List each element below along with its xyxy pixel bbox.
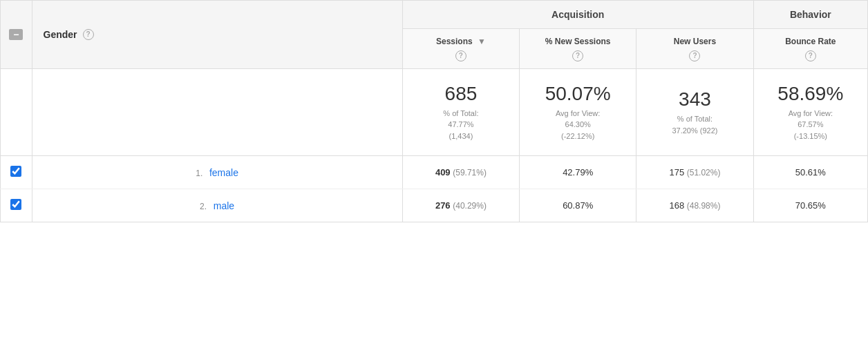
row-new-users-cell: 168 (48.98%): [636, 189, 753, 222]
totals-new-users-sub: % of Total: 37.20% (922): [643, 113, 746, 136]
row-label-cell: 2. male: [32, 189, 402, 222]
row-sessions-value: 409: [435, 167, 451, 178]
bounce-rate-col-header: Bounce Rate ?: [753, 29, 867, 69]
row-sessions-pct: (40.29%): [453, 201, 487, 211]
behavior-header: Behavior: [753, 1, 867, 29]
row-checkbox-cell[interactable]: [1, 189, 32, 222]
row-bounce-rate-cell: 50.61%: [753, 156, 867, 189]
acquisition-header: Acquisition: [402, 1, 753, 29]
totals-label-cell: [32, 68, 402, 156]
totals-row: 685 % of Total: 47.77% (1,434) 50.07% Av…: [1, 68, 868, 156]
row-checkbox[interactable]: [10, 166, 21, 177]
row-new-sessions-cell: 60.87%: [520, 189, 636, 222]
table-row: 2. male 276 (40.29%) 60.87% 168 (48.98%)…: [1, 189, 868, 222]
sort-arrow-icon[interactable]: ▼: [478, 37, 486, 46]
row-new-sessions-value: 42.79%: [563, 167, 593, 178]
new-sessions-col-header: % New Sessions ?: [520, 29, 636, 69]
totals-bounce-rate-sub: Avg for View: 67.57% (-13.15%): [761, 108, 860, 142]
new-sessions-help-icon[interactable]: ?: [572, 50, 583, 61]
row-label-cell: 1. female: [32, 156, 402, 189]
totals-new-sessions-cell: 50.07% Avg for View: 64.30% (-22.12%): [520, 68, 636, 156]
row-gender-link[interactable]: male: [214, 200, 234, 211]
sessions-col-header: Sessions ▼ ?: [402, 29, 519, 69]
row-sessions-pct: (59.71%): [453, 168, 487, 178]
gender-header-cell: Gender ?: [32, 1, 402, 69]
row-new-users-pct: (51.02%): [687, 168, 721, 178]
toggle-cell: −: [1, 1, 32, 69]
row-sessions-value: 276: [435, 200, 451, 211]
totals-sessions-cell: 685 % of Total: 47.77% (1,434): [402, 68, 519, 156]
row-number: 2.: [200, 202, 207, 211]
totals-new-users-cell: 343 % of Total: 37.20% (922): [636, 68, 753, 156]
new-users-col-header: New Users ?: [636, 29, 753, 69]
totals-new-sessions-sub: Avg for View: 64.30% (-22.12%): [527, 108, 629, 142]
totals-sessions-sub: % of Total: 47.77% (1,434): [410, 108, 512, 142]
row-new-sessions-cell: 42.79%: [520, 156, 636, 189]
row-new-users-value: 175: [669, 167, 684, 178]
collapse-button[interactable]: −: [9, 29, 23, 40]
totals-new-sessions-value: 50.07%: [527, 83, 629, 105]
totals-bounce-rate-value: 58.69%: [761, 83, 860, 105]
row-bounce-rate-value: 70.65%: [795, 200, 826, 211]
row-sessions-cell: 276 (40.29%): [402, 189, 519, 222]
row-new-users-pct: (48.98%): [687, 201, 721, 211]
row-checkbox-cell[interactable]: [1, 156, 32, 189]
row-new-users-cell: 175 (51.02%): [636, 156, 753, 189]
table-row: 1. female 409 (59.71%) 42.79% 175 (51.02…: [1, 156, 868, 189]
row-number: 1.: [196, 169, 202, 178]
row-bounce-rate-cell: 70.65%: [753, 189, 867, 222]
totals-bounce-rate-cell: 58.69% Avg for View: 67.57% (-13.15%): [753, 68, 867, 156]
row-sessions-cell: 409 (59.71%): [402, 156, 519, 189]
totals-sessions-value: 685: [410, 83, 512, 105]
row-bounce-rate-value: 50.61%: [795, 167, 826, 178]
gender-help-icon[interactable]: ?: [83, 29, 94, 40]
bounce-rate-help-icon[interactable]: ?: [805, 50, 816, 61]
totals-new-users-value: 343: [643, 88, 746, 111]
row-new-users-value: 168: [669, 200, 684, 211]
row-checkbox[interactable]: [10, 199, 21, 210]
new-users-help-icon[interactable]: ?: [689, 50, 700, 61]
row-new-sessions-value: 60.87%: [563, 200, 593, 211]
gender-label: Gender: [44, 29, 77, 40]
totals-toggle-cell: [1, 68, 32, 156]
row-gender-link[interactable]: female: [209, 167, 238, 178]
sessions-help-icon[interactable]: ?: [455, 50, 466, 61]
